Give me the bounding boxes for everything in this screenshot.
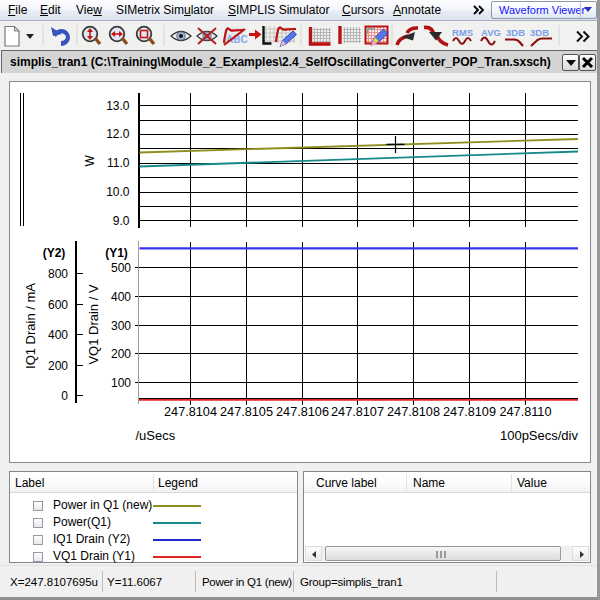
- svg-text:247.8110: 247.8110: [500, 405, 552, 419]
- svg-text:247.8104: 247.8104: [164, 405, 217, 419]
- svg-text:IQ1 Drain / mA: IQ1 Drain / mA: [23, 283, 38, 369]
- svg-text:200: 200: [48, 359, 68, 373]
- svg-text:(Y2): (Y2): [43, 246, 66, 260]
- svg-text:600: 600: [48, 298, 68, 312]
- svg-text:9.0: 9.0: [113, 214, 130, 228]
- svg-text:800: 800: [48, 267, 68, 281]
- svg-text:300: 300: [111, 319, 131, 333]
- svg-text:100: 100: [111, 376, 131, 390]
- svg-text:AVG: AVG: [481, 27, 501, 38]
- svg-text:12.0: 12.0: [106, 127, 130, 141]
- svg-text:247.8106: 247.8106: [276, 405, 329, 419]
- svg-text:3DB: 3DB: [530, 27, 549, 38]
- svg-text:RMS: RMS: [452, 27, 473, 38]
- svg-text:13.0: 13.0: [106, 99, 130, 113]
- svg-text:VQ1 Drain / V: VQ1 Drain / V: [86, 284, 101, 365]
- svg-text:11.0: 11.0: [107, 156, 130, 170]
- svg-text:100pSecs/div: 100pSecs/div: [500, 428, 579, 443]
- svg-text:247.8109: 247.8109: [443, 405, 496, 419]
- svg-text:W: W: [83, 155, 97, 167]
- svg-text:(Y1): (Y1): [105, 246, 128, 260]
- svg-text:247.8105: 247.8105: [220, 405, 273, 419]
- svg-text:/uSecs: /uSecs: [136, 428, 176, 443]
- svg-text:0: 0: [61, 389, 68, 403]
- svg-text:247.8108: 247.8108: [387, 405, 440, 419]
- svg-text:3DB: 3DB: [506, 27, 525, 38]
- svg-text:200: 200: [111, 347, 131, 361]
- svg-text:400: 400: [111, 290, 131, 304]
- svg-text:10.0: 10.0: [106, 185, 130, 199]
- svg-text:400: 400: [48, 328, 68, 342]
- svg-text:500: 500: [111, 261, 131, 275]
- svg-text:247.8107: 247.8107: [331, 405, 384, 419]
